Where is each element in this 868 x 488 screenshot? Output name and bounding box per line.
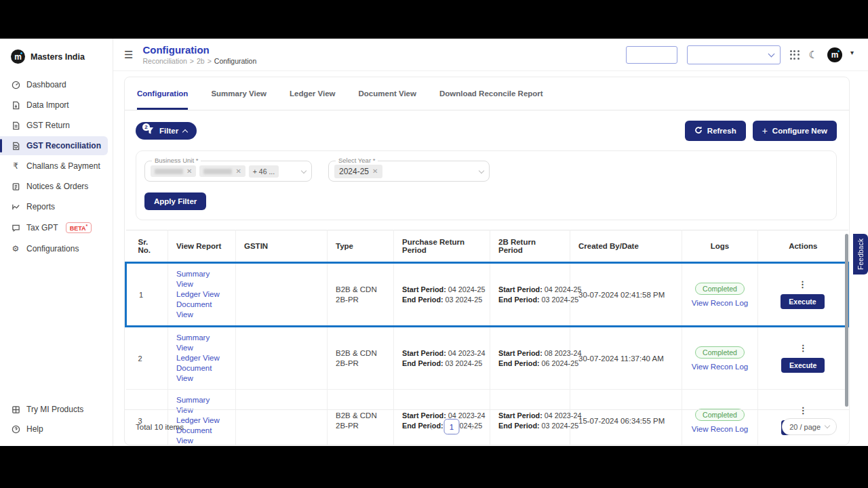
- feedback-button[interactable]: Feedback: [853, 234, 868, 274]
- document-view-link[interactable]: Document View: [176, 300, 227, 320]
- vertical-scrollbar[interactable]: [845, 234, 848, 407]
- breadcrumb-reconciliation[interactable]: Reconciliation: [142, 57, 186, 65]
- topbar-right: ☾ m: [626, 45, 842, 64]
- configure-new-label: Configure New: [772, 127, 827, 135]
- rupee-icon: ₹: [11, 161, 20, 171]
- tab-download-reconcile-report[interactable]: Download Reconcile Report: [439, 77, 543, 110]
- sidebar-item-reports[interactable]: Reports: [0, 197, 113, 216]
- breadcrumb-2b[interactable]: 2b: [197, 57, 205, 65]
- cell-gstin: [236, 263, 328, 327]
- business-unit-select[interactable]: Business Unit * ✕ ✕ + 46 ...: [144, 161, 312, 182]
- refresh-button-label: Refresh: [707, 127, 736, 135]
- sidebar-item-try-mi-products[interactable]: Try MI Products: [0, 400, 113, 419]
- sidebar-item-label: GST Reconciliation: [26, 141, 101, 150]
- chevron-down-icon: [825, 423, 830, 428]
- refresh-icon: [694, 126, 703, 136]
- remove-chip-icon[interactable]: ✕: [372, 167, 378, 175]
- kebab-menu-icon[interactable]: ⋮: [766, 344, 840, 352]
- col-type: Type: [328, 230, 394, 263]
- sidebar-item-configurations[interactable]: ⚙ Configurations: [0, 239, 113, 258]
- sidebar-item-help[interactable]: Help: [0, 420, 113, 439]
- cell-logs: Completed View Recon Log: [682, 263, 758, 327]
- ledger-view-link[interactable]: Ledger View: [176, 353, 227, 363]
- execute-button[interactable]: Execute: [781, 358, 825, 373]
- table-header-row: Sr. No. View Report GSTIN Type Purchase …: [126, 230, 848, 263]
- execute-button[interactable]: Execute: [781, 294, 824, 309]
- document-view-link[interactable]: Document View: [176, 363, 227, 384]
- col-purchase-return-period: Purchase Return Period: [394, 230, 490, 263]
- sidebar-spacer: [0, 259, 113, 399]
- chevron-up-icon: [182, 129, 188, 134]
- tab-ledger-view[interactable]: Ledger View: [290, 77, 336, 110]
- page-number-button[interactable]: 1: [444, 419, 460, 434]
- sidebar-item-challans-payment[interactable]: ₹ Challans & Payment: [0, 157, 113, 176]
- tab-configuration[interactable]: Configuration: [137, 77, 188, 110]
- next-page-icon[interactable]: [468, 424, 475, 430]
- sidebar-item-label: Notices & Orders: [26, 182, 88, 191]
- brand-name: Masters India: [31, 52, 85, 62]
- page-size-select[interactable]: 20 / page: [782, 418, 837, 435]
- dark-mode-icon[interactable]: ☾: [809, 49, 818, 61]
- user-avatar[interactable]: m: [827, 47, 842, 62]
- summary-view-link[interactable]: Summary View: [176, 269, 227, 289]
- app-launcher-icon[interactable]: [790, 50, 800, 60]
- tab-summary-view[interactable]: Summary View: [211, 77, 267, 110]
- gst-reconciliation-icon: [11, 141, 20, 150]
- select-year-label: Select Year *: [336, 157, 378, 164]
- sidebar-item-notices-orders[interactable]: Notices & Orders: [0, 177, 113, 196]
- main-area: ☰ Configuration Reconciliation>2b>Config…: [113, 39, 868, 446]
- sidebar-item-gst-reconciliation[interactable]: GST Reconciliation: [0, 136, 108, 155]
- filter-panel: Business Unit * ✕ ✕ + 46 ... Select Year…: [136, 150, 837, 220]
- refresh-button[interactable]: Refresh: [685, 121, 746, 141]
- remove-chip-icon[interactable]: ✕: [186, 167, 192, 175]
- col-actions: Actions: [758, 230, 848, 263]
- kebab-menu-icon[interactable]: ⋮: [766, 281, 839, 289]
- view-recon-log-link[interactable]: View Recon Log: [690, 299, 749, 307]
- window-caret-icon[interactable]: ▾: [850, 49, 854, 56]
- gear-icon: ⚙: [11, 244, 20, 253]
- apply-filter-button[interactable]: Apply Filter: [144, 192, 206, 210]
- business-unit-chip: ✕: [151, 165, 196, 177]
- page-size-value: 20 / page: [789, 423, 821, 431]
- col-view-report: View Report: [168, 230, 236, 263]
- filter-button-label: Filter: [159, 127, 178, 135]
- type-line1: B2B & CDN: [336, 285, 385, 295]
- breadcrumb-separator: >: [208, 57, 212, 65]
- sidebar-item-label: Data Import: [26, 100, 69, 110]
- filter-button[interactable]: 2 Filter: [136, 122, 197, 140]
- prev-page-icon[interactable]: [429, 424, 435, 430]
- ledger-view-link[interactable]: Ledger View: [176, 289, 227, 300]
- cell-purchase-return-period: Start Period: 04 2023-24 End Period: 03 …: [394, 327, 490, 390]
- view-recon-log-link[interactable]: View Recon Log: [690, 363, 749, 371]
- breadcrumb: Reconciliation>2b>Configuration: [142, 57, 256, 65]
- sidebar-item-gst-return[interactable]: GST Return: [0, 116, 113, 135]
- data-import-icon: [11, 100, 20, 110]
- topbar-company-select[interactable]: [687, 45, 781, 64]
- remove-chip-icon[interactable]: ✕: [235, 167, 241, 175]
- configure-new-button[interactable]: + Configure New: [753, 121, 837, 141]
- collapse-menu-icon[interactable]: ☰: [124, 49, 133, 61]
- pagination: 1: [430, 419, 474, 434]
- type-line1: B2B & CDN: [336, 348, 385, 359]
- total-items-label: Total 10 items: [136, 423, 184, 431]
- app-window: m Masters India Dashboard Data Import GS…: [0, 39, 868, 446]
- year-chip: 2024-25✕: [334, 165, 382, 178]
- tab-bar: Configuration Summary View Ledger View D…: [125, 77, 849, 110]
- more-chips-chip[interactable]: + 46 ...: [249, 165, 279, 178]
- sidebar-item-tax-gpt[interactable]: Tax GPT BETA*: [0, 218, 113, 238]
- topbar-search-input[interactable]: [626, 46, 677, 64]
- content-card: Configuration Summary View Ledger View D…: [124, 77, 850, 445]
- sidebar-item-data-import[interactable]: Data Import: [0, 96, 113, 115]
- tab-document-view[interactable]: Document View: [359, 77, 416, 110]
- topbar: ☰ Configuration Reconciliation>2b>Config…: [113, 39, 868, 71]
- summary-view-link[interactable]: Summary View: [176, 333, 227, 353]
- sidebar-item-label: Reports: [26, 202, 55, 211]
- sidebar-item-label: Try MI Products: [26, 405, 83, 414]
- table-wrap: Sr. No. View Report GSTIN Type Purchase …: [125, 230, 849, 409]
- filter-count-badge: 2: [142, 123, 150, 131]
- sidebar-item-label: Dashboard: [26, 80, 66, 89]
- sidebar-item-dashboard[interactable]: Dashboard: [0, 75, 113, 94]
- status-badge: Completed: [695, 283, 745, 295]
- sidebar: m Masters India Dashboard Data Import GS…: [0, 39, 113, 446]
- select-year-select[interactable]: Select Year * 2024-25✕: [328, 161, 490, 182]
